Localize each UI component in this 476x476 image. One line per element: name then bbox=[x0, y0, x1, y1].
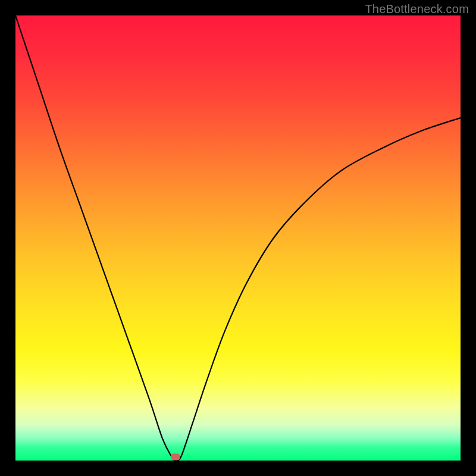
plot-area bbox=[15, 15, 461, 461]
optimum-marker bbox=[171, 454, 180, 461]
watermark-text: TheBottleneck.com bbox=[365, 2, 469, 16]
bottleneck-curve bbox=[15, 15, 461, 461]
curve-svg bbox=[15, 15, 461, 461]
